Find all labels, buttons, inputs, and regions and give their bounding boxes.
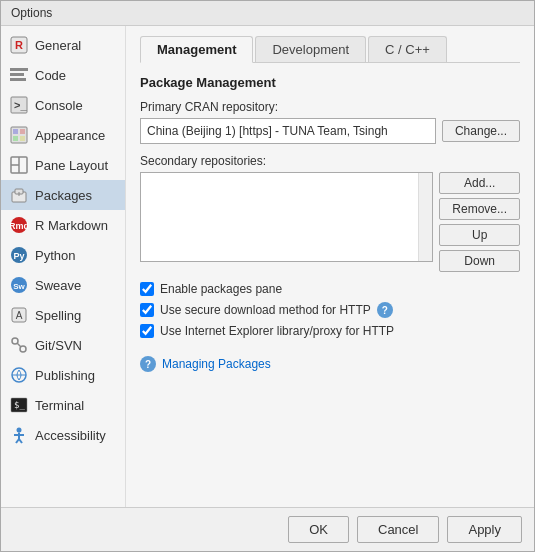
sidebar-item-label-accessibility: Accessibility [35, 428, 106, 443]
console-icon: >_ [9, 95, 29, 115]
sidebar-item-label-spelling: Spelling [35, 308, 81, 323]
svg-rect-3 [10, 73, 24, 76]
git-svn-icon [9, 335, 29, 355]
general-icon: R [9, 35, 29, 55]
checkbox-label-enable-packages-pane: Enable packages pane [160, 282, 282, 296]
tab-development[interactable]: Development [255, 36, 366, 62]
secondary-add-button[interactable]: Add... [439, 172, 520, 194]
checkbox-ie-proxy[interactable] [140, 324, 154, 338]
tabs-bar: ManagementDevelopmentC / C++ [140, 36, 520, 63]
secondary-repo-buttons: Add...Remove...UpDown [439, 172, 520, 272]
svg-rect-11 [20, 136, 25, 141]
scrollbar-track [418, 173, 432, 261]
sidebar-item-label-publishing: Publishing [35, 368, 95, 383]
sidebar-item-label-packages: Packages [35, 188, 92, 203]
checkbox-label-ie-proxy: Use Internet Explorer library/proxy for … [160, 324, 394, 338]
dialog-body: RGeneralCode>_ConsoleAppearancePane Layo… [1, 26, 534, 507]
sidebar-item-git-svn[interactable]: Git/SVN [1, 330, 125, 360]
svg-text:$_: $_ [14, 400, 25, 410]
svg-point-33 [17, 428, 22, 433]
sidebar-item-spelling[interactable]: ASpelling [1, 300, 125, 330]
sidebar-item-terminal[interactable]: $_Terminal [1, 390, 125, 420]
spelling-icon: A [9, 305, 29, 325]
sidebar-item-general[interactable]: RGeneral [1, 30, 125, 60]
svg-text:Rmd: Rmd [10, 221, 28, 231]
sidebar: RGeneralCode>_ConsoleAppearancePane Layo… [1, 26, 126, 507]
checkbox-secure-download[interactable] [140, 303, 154, 317]
sidebar-item-label-terminal: Terminal [35, 398, 84, 413]
publishing-icon [9, 365, 29, 385]
options-dialog: Options RGeneralCode>_ConsoleAppearanceP… [0, 0, 535, 552]
change-button[interactable]: Change... [442, 120, 520, 142]
dialog-footer: OK Cancel Apply [1, 507, 534, 551]
sidebar-item-python[interactable]: PyPython [1, 240, 125, 270]
pane-layout-icon [9, 155, 29, 175]
checkboxes-container: Enable packages paneUse secure download … [140, 282, 520, 344]
sidebar-item-label-sweave: Sweave [35, 278, 81, 293]
sidebar-item-code[interactable]: Code [1, 60, 125, 90]
sweave-icon: Sw [9, 275, 29, 295]
sidebar-item-label-appearance: Appearance [35, 128, 105, 143]
svg-rect-10 [13, 136, 18, 141]
python-icon: Py [9, 245, 29, 265]
sidebar-item-console[interactable]: >_Console [1, 90, 125, 120]
sidebar-item-pane-layout[interactable]: Pane Layout [1, 150, 125, 180]
svg-line-28 [17, 343, 21, 347]
svg-rect-9 [20, 129, 25, 134]
svg-text:Sw: Sw [13, 282, 25, 291]
secondary-remove-button[interactable]: Remove... [439, 198, 520, 220]
sidebar-item-accessibility[interactable]: Accessibility [1, 420, 125, 450]
primary-repo-row: Change... [140, 118, 520, 144]
secondary-down-button[interactable]: Down [439, 250, 520, 272]
secondary-repo-list[interactable] [140, 172, 433, 262]
tab-management[interactable]: Management [140, 36, 253, 63]
secondary-repos-label: Secondary repositories: [140, 154, 520, 168]
code-icon [9, 65, 29, 85]
svg-text:R: R [15, 39, 23, 51]
sidebar-item-label-pane-layout: Pane Layout [35, 158, 108, 173]
main-content: ManagementDevelopmentC / C++ Package Man… [126, 26, 534, 507]
cancel-button[interactable]: Cancel [357, 516, 439, 543]
tab-c-cpp[interactable]: C / C++ [368, 36, 447, 62]
title-bar: Options [1, 1, 534, 26]
sidebar-item-label-code: Code [35, 68, 66, 83]
svg-line-37 [19, 439, 22, 443]
section-title: Package Management [140, 75, 520, 90]
help-link-row: ? Managing Packages [140, 356, 520, 372]
checkbox-label-secure-download: Use secure download method for HTTP [160, 303, 371, 317]
checkbox-row-ie-proxy: Use Internet Explorer library/proxy for … [140, 324, 520, 338]
svg-rect-2 [10, 68, 28, 71]
sidebar-item-packages[interactable]: Packages [1, 180, 125, 210]
sidebar-item-label-python: Python [35, 248, 75, 263]
checkbox-enable-packages-pane[interactable] [140, 282, 154, 296]
secondary-repo-area: Add...Remove...UpDown [140, 172, 520, 272]
primary-repo-label: Primary CRAN repository: [140, 100, 520, 114]
sidebar-item-sweave[interactable]: SwSweave [1, 270, 125, 300]
help-icon-secure-download[interactable]: ? [377, 302, 393, 318]
help-link-icon: ? [140, 356, 156, 372]
sidebar-item-label-console: Console [35, 98, 83, 113]
checkbox-row-secure-download: Use secure download method for HTTP? [140, 302, 520, 318]
svg-rect-4 [10, 78, 26, 81]
sidebar-item-label-r-markdown: R Markdown [35, 218, 108, 233]
svg-text:Py: Py [13, 251, 24, 261]
checkbox-row-enable-packages-pane: Enable packages pane [140, 282, 520, 296]
r-markdown-icon: Rmd [9, 215, 29, 235]
packages-icon [9, 185, 29, 205]
sidebar-item-label-git-svn: Git/SVN [35, 338, 82, 353]
managing-packages-link[interactable]: Managing Packages [162, 357, 271, 371]
svg-text:>_: >_ [14, 99, 27, 111]
svg-rect-8 [13, 129, 18, 134]
dialog-title: Options [11, 6, 52, 20]
sidebar-item-label-general: General [35, 38, 81, 53]
sidebar-item-appearance[interactable]: Appearance [1, 120, 125, 150]
apply-button[interactable]: Apply [447, 516, 522, 543]
accessibility-icon [9, 425, 29, 445]
primary-repo-input[interactable] [140, 118, 436, 144]
terminal-icon: $_ [9, 395, 29, 415]
appearance-icon [9, 125, 29, 145]
sidebar-item-publishing[interactable]: Publishing [1, 360, 125, 390]
sidebar-item-r-markdown[interactable]: RmdR Markdown [1, 210, 125, 240]
ok-button[interactable]: OK [288, 516, 349, 543]
secondary-up-button[interactable]: Up [439, 224, 520, 246]
